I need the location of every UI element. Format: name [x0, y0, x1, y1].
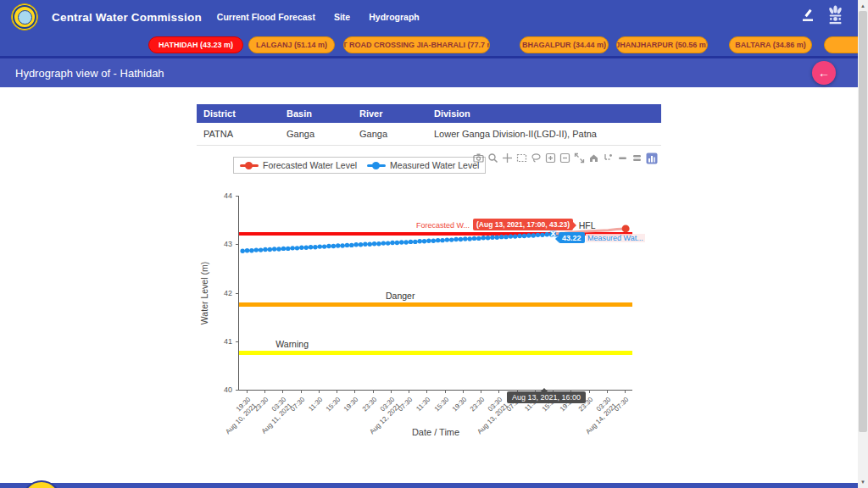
scrollbar-thumb[interactable] [859, 11, 867, 432]
measured-swatch-icon [367, 162, 386, 169]
page-header: Hydrograph view of - Hathidah ← [0, 58, 858, 87]
plotly-modebar [472, 152, 658, 164]
zoom-icon[interactable] [487, 152, 499, 164]
cwc-logo-icon [11, 3, 38, 30]
y-axis-title: Water Level (m) [199, 261, 209, 324]
header-basin: Basin [280, 104, 353, 123]
x-tick-mark [319, 390, 320, 393]
chart-legend: Forecasted Water Level Measured Water Le… [233, 157, 486, 174]
x-tick-mark [301, 390, 302, 393]
legend-label-measured: Measured Water Level [390, 160, 479, 170]
zoom-in-icon[interactable] [544, 152, 557, 164]
hover-forecast-trace-name: Forecasted W... [392, 221, 470, 230]
y-tick-label: 42 [224, 289, 232, 297]
box-select-icon[interactable] [515, 152, 528, 164]
hover-point-marker-icon: × [550, 228, 556, 240]
autoscale-icon[interactable] [573, 152, 586, 164]
cell-division: Lower Ganga Division-II(LGD-II), Patna [427, 123, 661, 146]
nav-right [800, 5, 843, 29]
x-tick-mark [481, 390, 481, 393]
camera-icon[interactable] [472, 152, 485, 164]
hover-measured-trace-name: Measured Wat... [586, 234, 645, 242]
hover-closest-icon[interactable] [616, 152, 629, 164]
nav-links: Current Flood Forecast Site Hydrograph [217, 12, 420, 22]
scrollbar-up-icon[interactable]: ▲ [858, 1, 868, 11]
login-icon[interactable] [800, 8, 815, 25]
station-pill-hathidah[interactable]: HATHIDAH (43.23 m) [148, 36, 243, 53]
back-arrow-icon: ← [818, 66, 830, 80]
y-tick-label: 40 [224, 385, 232, 394]
station-pill-lalganj[interactable]: LALGANJ (51.14 m) [248, 36, 335, 53]
table-row: PATNA Ganga Ganga Lower Ganga Division-I… [197, 123, 661, 146]
station-pill-nt-road-crossing[interactable]: NT ROAD CROSSING JIA-BHARALI (77.7 m) [343, 36, 490, 53]
x-tick-mark [426, 390, 427, 393]
x-tick-mark [498, 390, 499, 393]
x-tick-mark [463, 390, 464, 393]
zoom-out-icon[interactable] [559, 152, 571, 164]
header-division: Division [427, 104, 661, 123]
cell-district: PATNA [197, 123, 280, 146]
station-pill-baltara[interactable]: BALTARA (34.86 m) [729, 36, 812, 53]
legend-item-forecasted[interactable]: Forecasted Water Level [240, 160, 357, 170]
lasso-select-icon[interactable] [530, 152, 542, 164]
station-info-table: District Basin River Division PATNA Gang… [197, 104, 661, 146]
y-tick-mark [236, 390, 239, 391]
national-emblem-icon [828, 5, 843, 29]
pan-icon[interactable] [501, 152, 514, 164]
hover-measured-tooltip: 43.22 [559, 232, 585, 243]
vertical-scrollbar[interactable]: ▲ ▼ [858, 0, 868, 488]
x-tick-mark [282, 390, 283, 393]
legend-item-measured[interactable]: Measured Water Level [367, 160, 479, 170]
hydrograph-chart: Forecasted Water Level Measured Water Le… [197, 147, 661, 452]
station-tabs-bar: HATHIDAH (43.23 m) LALGANJ (51.14 m) NT … [0, 34, 858, 58]
main-content: District Basin River Division PATNA Gang… [0, 87, 858, 483]
toggle-spikelines-icon[interactable] [602, 152, 615, 164]
station-pill-jhanjharpur[interactable]: JHANJHARPUR (50.56 m) [616, 36, 708, 53]
x-tick-mark [354, 390, 355, 393]
y-tick-label: 44 [224, 191, 232, 200]
nav-link-site[interactable]: Site [334, 12, 350, 22]
station-pill-bhagalpur[interactable]: BHAGALPUR (34.44 m) [520, 36, 609, 53]
hover-xaxis-tooltip: Aug 13, 2021, 16:00 [507, 391, 586, 403]
x-tick-mark [264, 390, 265, 393]
cell-river: Ganga [353, 123, 427, 146]
x-tick-mark [409, 390, 409, 393]
page-title: Hydrograph view of - Hathidah [15, 67, 164, 80]
hover-forecast-tooltip: (Aug 13, 2021, 17:00, 43.23) [473, 219, 573, 230]
header-river: River [353, 104, 427, 123]
nav-link-current-flood-forecast[interactable]: Current Flood Forecast [217, 12, 315, 22]
reset-axes-icon[interactable] [587, 152, 600, 164]
x-tick-mark [589, 390, 590, 393]
y-tick-label: 43 [224, 240, 232, 248]
plotly-logo-icon[interactable] [645, 152, 658, 164]
x-tick-mark [445, 390, 446, 393]
cell-basin: Ganga [280, 123, 353, 146]
legend-label-forecasted: Forecasted Water Level [263, 160, 357, 170]
forecast-swatch-icon [240, 162, 259, 169]
x-tick-mark [247, 390, 248, 393]
x-tick-mark [625, 390, 626, 393]
scrollbar-down-icon[interactable]: ▼ [858, 477, 868, 487]
x-tick-mark [337, 390, 337, 393]
x-tick-mark [373, 390, 374, 393]
app-title: Central Water Commission [52, 11, 202, 24]
header-district: District [197, 104, 280, 123]
y-tick-label: 41 [224, 337, 232, 346]
footer-bar [0, 483, 858, 488]
x-tick-mark [391, 390, 392, 393]
hover-compare-icon[interactable] [631, 152, 643, 164]
top-navbar: Central Water Commission Current Flood F… [0, 0, 858, 34]
x-tick-mark [607, 390, 608, 393]
back-button[interactable]: ← [812, 61, 836, 85]
nav-link-hydrograph[interactable]: Hydrograph [369, 12, 420, 22]
table-header-row: District Basin River Division [197, 104, 661, 123]
plot-area[interactable]: Water Level (m) Date / Time Forecasted W… [238, 196, 632, 391]
